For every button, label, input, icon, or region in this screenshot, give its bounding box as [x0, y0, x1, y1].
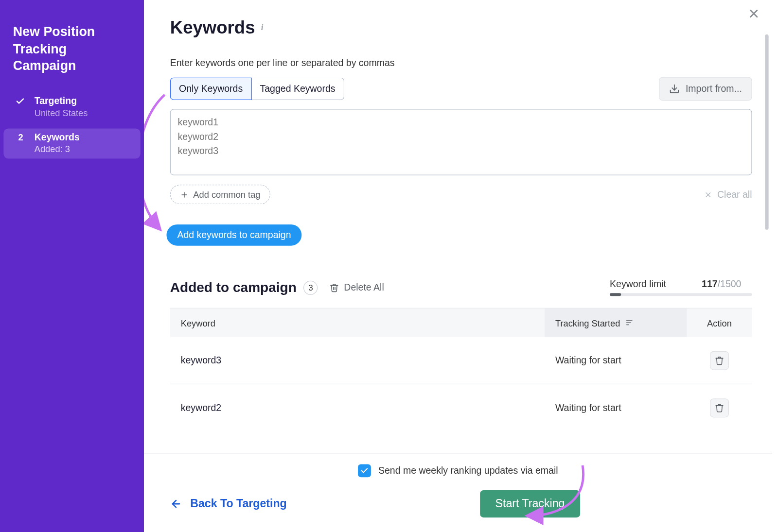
- step-targeting-sub: United States: [35, 108, 130, 118]
- step-targeting[interactable]: Targeting United States: [3, 92, 141, 122]
- footer: Send me weekly ranking updates via email…: [144, 453, 772, 532]
- trash-icon: [330, 283, 339, 292]
- cell-tracking: Waiting for start: [545, 403, 687, 413]
- segmented-control: Only Keywords Tagged Keywords: [170, 78, 344, 100]
- instruction-text: Enter keywords one per line or separated…: [170, 58, 752, 69]
- back-button[interactable]: Back To Targeting: [170, 498, 287, 511]
- trash-icon: [715, 356, 724, 365]
- clear-all-label: Clear all: [717, 189, 752, 200]
- table-row: keyword2 Waiting for start: [170, 384, 752, 431]
- add-common-tag-button[interactable]: Add common tag: [170, 185, 270, 204]
- cell-keyword: keyword3: [170, 355, 545, 366]
- import-button[interactable]: Import from...: [659, 77, 752, 101]
- cell-keyword: keyword2: [170, 403, 545, 413]
- info-icon[interactable]: i: [261, 23, 264, 33]
- scrollbar[interactable]: [765, 34, 768, 230]
- check-icon: [360, 466, 369, 475]
- tab-tagged-keywords[interactable]: Tagged Keywords: [251, 78, 344, 100]
- import-label: Import from...: [686, 84, 742, 94]
- back-label: Back To Targeting: [190, 498, 287, 511]
- download-icon: [669, 84, 680, 94]
- add-tag-label: Add common tag: [193, 189, 260, 200]
- delete-row-button[interactable]: [710, 351, 729, 370]
- th-action: Action: [687, 318, 752, 328]
- close-icon[interactable]: [747, 7, 760, 20]
- table-header: Keyword Tracking Started Action: [170, 309, 752, 337]
- added-section-title: Added to campaign: [170, 279, 297, 295]
- limit-label: Keyword limit: [610, 279, 666, 290]
- th-keyword: Keyword: [170, 318, 545, 328]
- main-panel: Keywords i Enter keywords one per line o…: [144, 0, 772, 532]
- th-tracking-label: Tracking Started: [555, 318, 620, 328]
- sort-icon: [625, 319, 633, 327]
- weekly-email-row: Send me weekly ranking updates via email: [170, 464, 746, 477]
- limit-progress-fill: [610, 293, 621, 296]
- weekly-email-label: Send me weekly ranking updates via email: [378, 465, 558, 476]
- delete-row-button[interactable]: [710, 398, 729, 417]
- keyword-limit: Keyword limit 117/1500: [610, 279, 752, 296]
- keyword-mode-toolbar: Only Keywords Tagged Keywords Import fro…: [170, 77, 752, 101]
- limit-used: 117: [702, 279, 718, 289]
- th-tracking[interactable]: Tracking Started: [545, 309, 687, 337]
- start-tracking-button[interactable]: Start Tracking: [480, 490, 580, 517]
- plus-icon: [180, 190, 188, 199]
- delete-all-label: Delete All: [344, 282, 384, 293]
- sidebar-title: New Position Tracking Campaign: [0, 18, 144, 92]
- limit-progress-bar: [610, 293, 752, 296]
- step-keywords-sub: Added: 3: [35, 144, 130, 154]
- clear-all-button[interactable]: Clear all: [704, 189, 752, 200]
- added-count-badge: 3: [303, 280, 318, 294]
- x-icon: [704, 190, 712, 199]
- step-keywords-label: Keywords: [35, 132, 80, 143]
- trash-icon: [715, 403, 724, 412]
- limit-max: /1500: [718, 279, 742, 289]
- delete-all-button[interactable]: Delete All: [330, 282, 384, 293]
- step-number: 2: [16, 132, 26, 142]
- step-keywords[interactable]: 2 Keywords Added: 3: [3, 128, 141, 158]
- cell-tracking: Waiting for start: [545, 355, 687, 366]
- arrow-left-icon: [170, 498, 182, 510]
- step-targeting-label: Targeting: [35, 96, 77, 106]
- page-title: Keywords i: [170, 18, 752, 38]
- tab-only-keywords[interactable]: Only Keywords: [170, 78, 252, 100]
- check-icon: [16, 96, 26, 105]
- keywords-textarea[interactable]: [170, 109, 752, 175]
- page-title-text: Keywords: [170, 18, 255, 38]
- table-row: keyword3 Waiting for start: [170, 337, 752, 384]
- add-keywords-button[interactable]: Add keywords to campaign: [166, 224, 301, 246]
- keywords-table: Keyword Tracking Started Action keyword3…: [170, 308, 752, 432]
- sidebar: New Position Tracking Campaign Targeting…: [0, 0, 144, 532]
- weekly-email-checkbox[interactable]: [358, 464, 371, 477]
